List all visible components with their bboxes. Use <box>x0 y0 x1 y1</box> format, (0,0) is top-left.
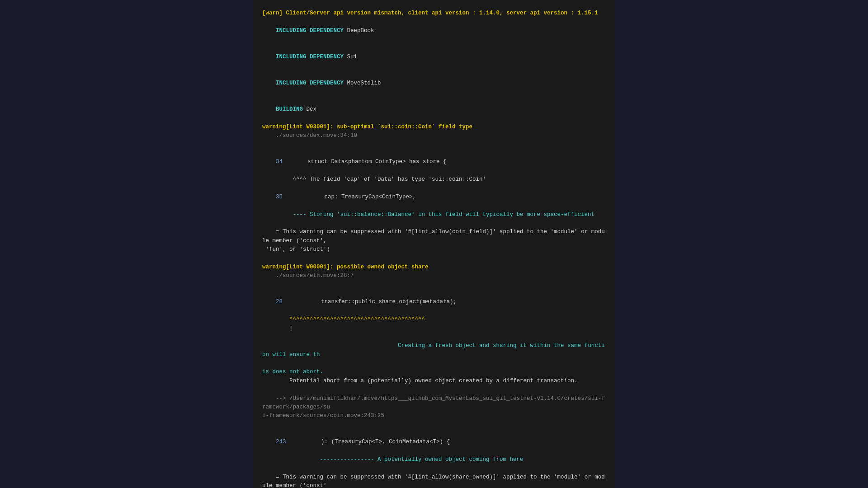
line-243-eth: 243 ): (TreasuryCap<T>, CoinMetadata<T>)… <box>262 429 606 455</box>
suppress-2: = This warning can be suppressed with '#… <box>262 473 606 488</box>
terminal-output: [warn] Client/Server api version mismatc… <box>253 0 615 488</box>
building-line: BUILDING Dex <box>262 97 606 123</box>
path-eth: ./sources/eth.move:28:7 <box>262 272 606 280</box>
blank-6 <box>262 421 606 429</box>
including-line-movestdlib: INCLUDING DEPENDENCY MoveStdlib <box>262 70 606 97</box>
caret-line-1: ^^^^ The field 'cap' of 'Data' has type … <box>262 175 606 184</box>
line-34: 34 struct Data<phantom CoinType> has sto… <box>262 149 606 175</box>
line-28: 28 transfer::public_share_object(metadat… <box>262 289 606 315</box>
blank-1 <box>262 141 606 149</box>
warn-line-1: [warn] Client/Server api version mismatc… <box>262 9 606 18</box>
dashes-note-eth: ---------------- A potentially owned obj… <box>262 455 606 464</box>
path-dex: ./sources/dex.move:34:10 <box>262 131 606 140</box>
path-framework-eth: --> /Users/munimiftikhar/.move/https___g… <box>262 394 606 412</box>
including-line-sui: INCLUDING DEPENDENCY Sui <box>262 44 606 70</box>
balance-note: ---- Storing 'sui::balance::Balance' in … <box>262 211 606 219</box>
pipe-28: | <box>262 324 606 333</box>
suppress-1: = This warning can be suppressed with '#… <box>262 228 606 245</box>
warning-w03001-header: warning[Lint W03001]: sub-optimal `sui::… <box>262 123 606 131</box>
suppress-1b: 'fun', or 'struct') <box>262 245 606 254</box>
creating-note-eth: Creating a fresh object and sharing it w… <box>262 333 606 368</box>
underline-28: ^^^^^^^^^^^^^^^^^^^^^^^^^^^^^^^^^^^^^^^^ <box>262 315 606 324</box>
line-35: 35 cap: TreasuryCap<CoinType>, <box>262 184 606 211</box>
warning-w00001-eth-header: warning[Lint W00001]: possible owned obj… <box>262 263 606 272</box>
including-line-deepbook: INCLUDING DEPENDENCY DeepBook <box>262 18 606 44</box>
path-framework-eth2: i-framework/sources/coin.move:243:25 <box>262 412 606 420</box>
potential-eth: Potential abort from a (potentially) own… <box>262 377 606 385</box>
blank-2 <box>262 219 606 228</box>
blank-4 <box>262 281 606 289</box>
does-not-abort-eth: is does not abort. <box>262 368 606 376</box>
blank-5 <box>262 385 606 394</box>
blank-3 <box>262 254 606 263</box>
blank-7 <box>262 465 606 473</box>
